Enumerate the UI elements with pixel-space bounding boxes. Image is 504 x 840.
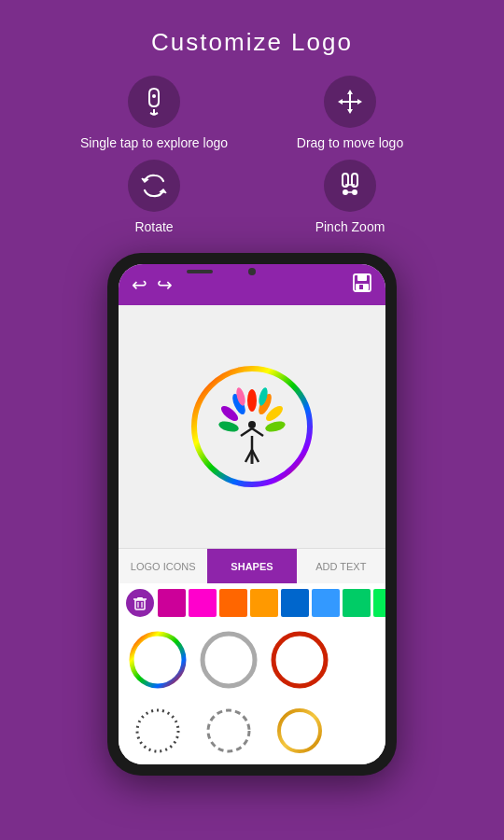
bottom-tabs: LOGO ICONS SHAPES ADD TEXT	[119, 548, 385, 583]
swatch-magenta[interactable]	[189, 589, 217, 617]
swatch-light-blue[interactable]	[312, 589, 340, 617]
pinch-zoom-icon	[324, 160, 376, 212]
svg-point-36	[273, 634, 326, 686]
rotate-icon	[128, 160, 180, 212]
shape-item-dashed[interactable]	[197, 699, 260, 763]
instruction-single-tap: Single tap to explore logo	[56, 76, 252, 150]
shape-item-dotted[interactable]	[126, 699, 189, 763]
svg-point-38	[208, 710, 249, 751]
svg-point-8	[352, 189, 357, 195]
save-button[interactable]	[352, 273, 372, 298]
instruction-drag-move: Drag to move logo	[252, 76, 448, 150]
shapes-row-2	[119, 697, 385, 764]
shape-item-red[interactable]	[268, 628, 331, 692]
svg-point-25	[264, 419, 287, 433]
pinch-zoom-label: Pinch Zoom	[315, 219, 385, 234]
color-palette	[119, 583, 385, 623]
logo-image	[187, 361, 317, 492]
svg-point-3	[152, 94, 156, 98]
phone-toolbar: ↩ ↪	[119, 264, 385, 305]
svg-point-35	[203, 634, 255, 686]
tab-add-text[interactable]: ADD TEXT	[297, 549, 385, 583]
svg-rect-11	[357, 274, 367, 281]
drag-move-icon	[324, 76, 376, 128]
swatch-green[interactable]	[343, 589, 371, 617]
instruction-rotate: Rotate	[56, 160, 252, 234]
single-tap-label: Single tap to explore logo	[80, 135, 228, 150]
svg-point-7	[343, 189, 348, 195]
delete-button[interactable]	[126, 589, 154, 617]
svg-point-39	[279, 710, 320, 751]
swatch-pink[interactable]	[158, 589, 186, 617]
shape-item-gold[interactable]	[268, 699, 331, 763]
drag-move-label: Drag to move logo	[297, 135, 403, 150]
instructions-grid: Single tap to explore logo Drag to move …	[56, 76, 448, 234]
shape-item-gray[interactable]	[197, 628, 260, 692]
logo-canvas[interactable]	[119, 305, 385, 548]
phone-mockup: ↩ ↪	[107, 253, 397, 776]
shapes-row-1	[119, 623, 385, 697]
swatch-orange[interactable]	[219, 589, 247, 617]
page-title: Customize Logo	[151, 28, 353, 57]
svg-line-17	[241, 428, 252, 436]
single-tap-icon	[128, 76, 180, 128]
svg-point-28	[217, 419, 240, 433]
swatch-blue[interactable]	[281, 589, 309, 617]
shape-item-rainbow[interactable]	[126, 628, 189, 692]
color-swatches	[158, 589, 385, 617]
svg-point-37	[137, 710, 178, 751]
swatch-yellow-orange[interactable]	[250, 589, 278, 617]
rotate-label: Rotate	[134, 219, 173, 234]
phone-screen: ↩ ↪	[119, 264, 385, 764]
svg-line-18	[252, 428, 263, 436]
svg-point-34	[132, 634, 184, 686]
swatch-bright-green[interactable]	[373, 589, 385, 617]
toolbar-left-buttons: ↩ ↪	[132, 273, 173, 296]
instruction-pinch-zoom: Pinch Zoom	[252, 160, 448, 234]
svg-point-22	[247, 389, 257, 412]
undo-button[interactable]: ↩	[132, 273, 147, 296]
tab-shapes[interactable]: SHAPES	[207, 549, 296, 583]
svg-rect-13	[359, 285, 363, 289]
svg-point-16	[248, 421, 256, 428]
redo-button[interactable]: ↪	[157, 273, 173, 296]
tab-logo-icons[interactable]: LOGO ICONS	[119, 549, 207, 583]
